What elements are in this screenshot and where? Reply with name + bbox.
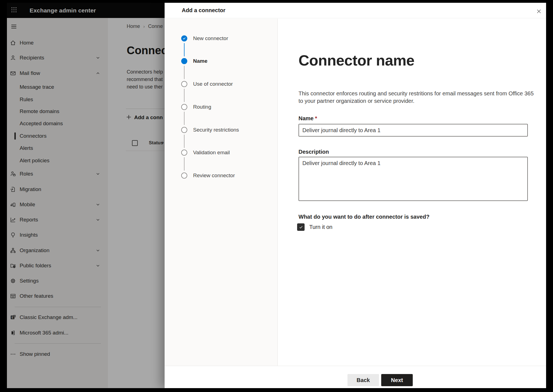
back-button[interactable]: Back: [347, 374, 379, 386]
step-connector-line: [184, 43, 185, 56]
step-validation-email[interactable]: Validation email: [165, 147, 277, 159]
step-new-connector[interactable]: New connector: [165, 32, 277, 45]
step-active-dot: [181, 58, 187, 64]
next-button[interactable]: Next: [381, 374, 413, 386]
step-connector-line: [184, 112, 185, 125]
step-upcoming-circle: [181, 104, 187, 110]
exchange-admin-app: Exchange admin center Home Recipients Ma…: [7, 3, 546, 388]
name-input[interactable]: [298, 124, 528, 137]
step-connector-line: [184, 89, 185, 102]
step-routing[interactable]: Routing: [165, 101, 277, 113]
connector-name-heading: Connector name: [298, 52, 414, 69]
close-button[interactable]: [533, 6, 545, 18]
step-upcoming-circle: [181, 150, 187, 156]
description-field-label: Description: [298, 149, 329, 155]
close-icon: [536, 8, 542, 15]
dialog-title: Add a connector: [182, 7, 225, 14]
add-connector-dialog: Add a connector New connector Name: [165, 3, 546, 388]
description-textarea[interactable]: Deliver journal directly to Area 1: [298, 157, 528, 201]
wizard-steps-panel: New connector Name Use of connector Rout…: [165, 19, 278, 366]
screenshot-frame: Exchange admin center Home Recipients Ma…: [0, 0, 553, 392]
step-completed-icon: [181, 35, 187, 41]
checked-checkbox-icon[interactable]: [297, 223, 305, 231]
step-connector-line: [184, 135, 185, 148]
step-security-restrictions[interactable]: Security restrictions: [165, 124, 277, 136]
dialog-header: Add a connector: [165, 3, 546, 18]
step-connector-line: [184, 66, 185, 79]
step-use-of-connector[interactable]: Use of connector: [165, 78, 277, 90]
step-connector-line: [184, 157, 185, 171]
dialog-content: Connector name This connector enforces r…: [278, 19, 546, 366]
dialog-footer: Back Next: [165, 366, 546, 388]
connector-description-text: This connector enforces routing and secu…: [298, 90, 534, 105]
step-review-connector[interactable]: Review connector: [165, 169, 277, 182]
turn-it-on-label: Turn it on: [309, 224, 333, 230]
step-upcoming-circle: [181, 81, 187, 87]
step-name[interactable]: Name: [165, 55, 277, 67]
turn-it-on-checkbox-row[interactable]: Turn it on: [297, 223, 333, 231]
after-save-question: What do you want to do after connector i…: [298, 214, 429, 220]
required-asterisk: *: [315, 115, 317, 121]
name-field-label: Name*: [298, 115, 317, 122]
step-upcoming-circle: [181, 173, 187, 179]
step-upcoming-circle: [181, 127, 187, 133]
